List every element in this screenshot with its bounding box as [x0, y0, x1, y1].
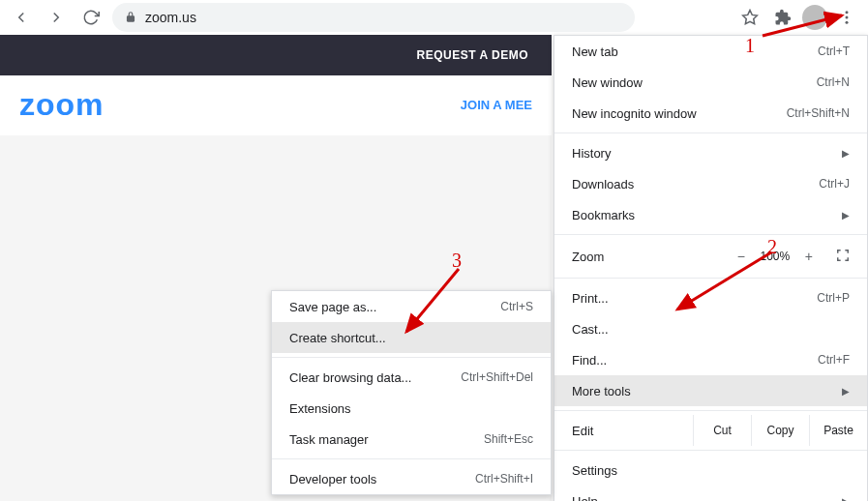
menu-history[interactable]: History▶: [554, 137, 867, 168]
paste-button[interactable]: Paste: [809, 415, 867, 446]
edit-label: Edit: [554, 415, 693, 446]
chevron-right-icon: ▶: [842, 210, 850, 221]
menu-separator: [272, 357, 551, 358]
fullscreen-button[interactable]: [836, 249, 850, 265]
svg-line-4: [763, 15, 842, 36]
chevron-right-icon: ▶: [842, 148, 850, 159]
url-text: zoom.us: [145, 10, 196, 25]
menu-separator: [554, 410, 867, 411]
menu-downloads[interactable]: DownloadsCtrl+J: [554, 168, 867, 199]
reload-button[interactable]: [77, 4, 105, 31]
submenu-extensions[interactable]: Extensions: [272, 393, 551, 424]
menu-edit-row: Edit Cut Copy Paste: [554, 415, 867, 446]
submenu-dev-tools[interactable]: Developer toolsCtrl+Shift+I: [272, 463, 551, 494]
submenu-clear-data[interactable]: Clear browsing data...Ctrl+Shift+Del: [272, 362, 551, 393]
menu-new-tab[interactable]: New tabCtrl+T: [554, 36, 867, 67]
copy-button[interactable]: Copy: [751, 415, 809, 446]
browser-toolbar: zoom.us: [0, 0, 868, 35]
page-header-dark: REQUEST A DEMO: [0, 35, 552, 75]
svg-line-6: [406, 269, 459, 332]
request-demo-link[interactable]: REQUEST A DEMO: [417, 48, 528, 62]
annotation-1: 1: [745, 35, 755, 57]
menu-settings[interactable]: Settings: [554, 455, 867, 486]
page-header-white: zoom JOIN A MEE: [0, 75, 552, 135]
arrow-2: [670, 250, 776, 317]
submenu-task-manager[interactable]: Task managerShift+Esc: [272, 424, 551, 455]
menu-help[interactable]: Help▶: [554, 486, 867, 501]
svg-marker-0: [743, 11, 758, 24]
chevron-right-icon: ▶: [842, 386, 850, 397]
menu-separator: [554, 133, 867, 133]
back-button[interactable]: [8, 4, 35, 31]
menu-find[interactable]: Find...Ctrl+F: [554, 344, 867, 375]
menu-cast[interactable]: Cast...: [554, 313, 867, 344]
join-meeting-link[interactable]: JOIN A MEE: [461, 98, 532, 112]
zoom-logo: zoom: [19, 87, 105, 123]
svg-line-5: [677, 252, 771, 309]
arrow-1: [760, 10, 852, 39]
menu-more-tools[interactable]: More tools▶: [554, 375, 867, 406]
menu-new-window[interactable]: New windowCtrl+N: [554, 67, 867, 98]
menu-bookmarks[interactable]: Bookmarks▶: [554, 199, 867, 230]
menu-separator: [554, 234, 867, 235]
zoom-in-button[interactable]: +: [805, 249, 813, 264]
chevron-right-icon: ▶: [842, 496, 850, 502]
menu-separator: [554, 450, 867, 451]
forward-button[interactable]: [43, 4, 70, 31]
address-bar[interactable]: zoom.us: [112, 3, 635, 32]
menu-separator: [272, 458, 551, 459]
cut-button[interactable]: Cut: [693, 415, 751, 446]
menu-new-incognito[interactable]: New incognito windowCtrl+Shift+N: [554, 98, 867, 129]
lock-icon: [124, 11, 137, 24]
arrow-3: [399, 266, 466, 339]
